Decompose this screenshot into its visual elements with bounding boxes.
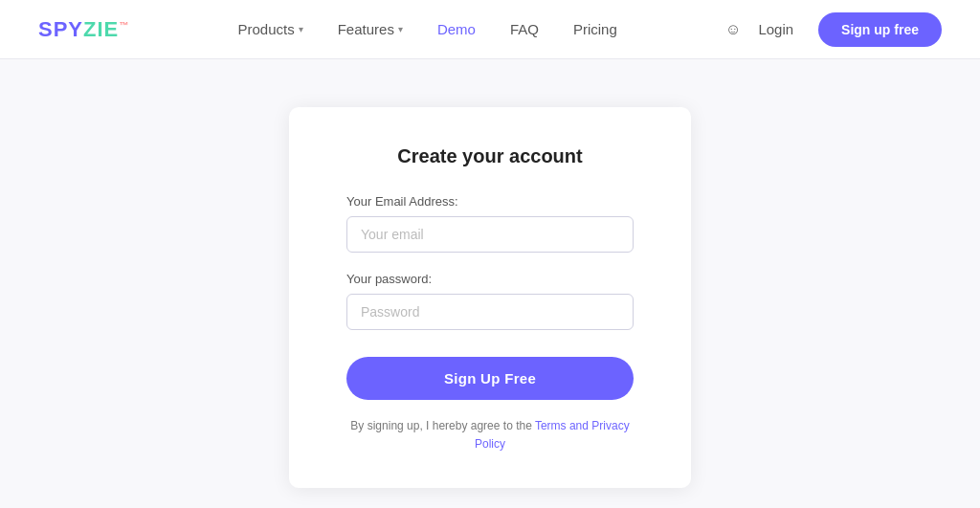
signup-button-header[interactable]: Sign up free bbox=[818, 12, 942, 47]
password-group: Your password: bbox=[346, 272, 634, 330]
main-content: Create your account Your Email Address: … bbox=[0, 59, 980, 508]
user-icon: ☺ bbox=[725, 21, 741, 38]
terms-text: By signing up, I hereby agree to the Ter… bbox=[346, 417, 634, 453]
password-input[interactable] bbox=[346, 294, 634, 330]
logo: SPYZIE™ bbox=[38, 17, 129, 42]
nav-login[interactable]: Login bbox=[745, 15, 807, 43]
nav-faq[interactable]: FAQ bbox=[497, 15, 552, 43]
logo-zie: ZIE bbox=[83, 17, 119, 41]
signup-card: Create your account Your Email Address: … bbox=[289, 107, 691, 488]
signup-button-main[interactable]: Sign Up Free bbox=[346, 357, 634, 400]
email-group: Your Email Address: bbox=[346, 194, 634, 253]
email-label: Your Email Address: bbox=[346, 194, 634, 209]
card-title: Create your account bbox=[346, 145, 634, 167]
email-input[interactable] bbox=[346, 216, 634, 253]
logo-tm: ™ bbox=[119, 19, 129, 30]
products-chevron-icon: ▾ bbox=[299, 24, 303, 34]
nav-features[interactable]: Features ▾ bbox=[324, 15, 416, 43]
nav-products[interactable]: Products ▾ bbox=[225, 15, 317, 43]
nav-right: ☺ Login Sign up free bbox=[725, 12, 942, 47]
main-nav: Products ▾ Features ▾ Demo FAQ Pricing bbox=[225, 15, 631, 43]
header: SPYZIE™ Products ▾ Features ▾ Demo FAQ P… bbox=[0, 0, 980, 59]
logo-spy: SPY bbox=[38, 17, 83, 41]
features-chevron-icon: ▾ bbox=[398, 24, 403, 34]
nav-demo[interactable]: Demo bbox=[424, 15, 489, 43]
nav-pricing[interactable]: Pricing bbox=[560, 15, 631, 43]
password-label: Your password: bbox=[346, 272, 634, 286]
